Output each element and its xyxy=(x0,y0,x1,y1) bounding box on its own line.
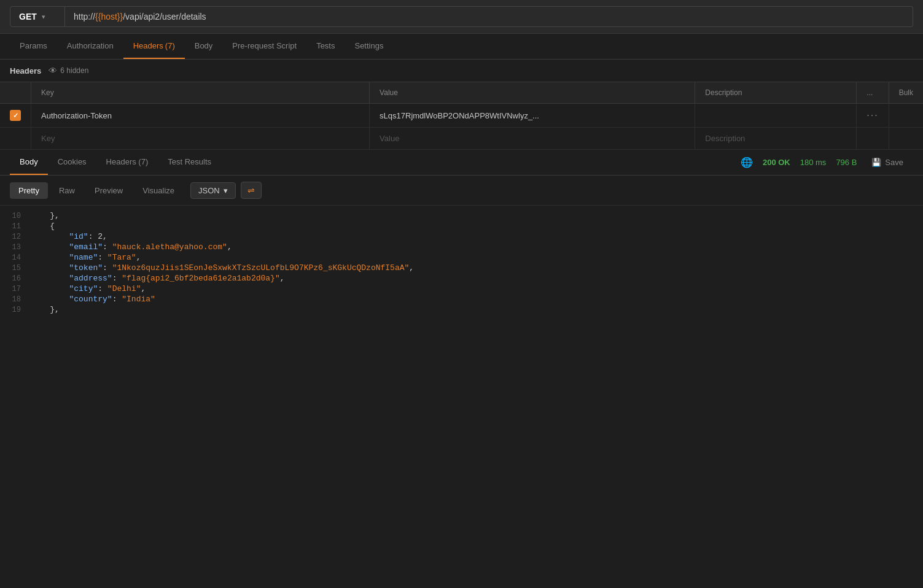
row2-value[interactable]: Value xyxy=(370,128,695,150)
response-status-area: 🌐 200 OK 180 ms 796 B 💾 Save xyxy=(741,155,913,169)
row1-value[interactable]: sLqs17RjmdlWoBP2ONdAPP8WtIVNwlyz_... xyxy=(370,104,695,128)
format-preview-button[interactable]: Preview xyxy=(86,182,131,199)
url-display[interactable]: http://{{host}}/vapi/api2/user/details xyxy=(65,6,913,27)
line-num-16: 16 xyxy=(0,274,31,283)
save-button[interactable]: 💾 Save xyxy=(867,155,908,169)
line-num-19: 19 xyxy=(0,305,31,314)
headers-sub-header: Headers 👁 6 hidden xyxy=(0,60,923,82)
method-selector[interactable]: GET ▾ xyxy=(10,6,65,27)
response-tab-headers[interactable]: Headers (7) xyxy=(96,150,158,175)
format-bar: Pretty Raw Preview Visualize JSON ▾ ⇌ xyxy=(0,176,923,206)
url-host: {{host}} xyxy=(95,12,123,21)
hidden-count: 6 hidden xyxy=(60,66,88,75)
line-content-14: "name": "Tara", xyxy=(31,253,141,262)
eye-icon: 👁 xyxy=(49,66,57,75)
col-bulk: Bulk xyxy=(889,82,923,104)
code-line-16: 16 "address": "flag{api2_6bf2beda61e2a1a… xyxy=(0,273,923,284)
format-visualize-button[interactable]: Visualize xyxy=(134,182,183,199)
row1-checkbox-cell[interactable] xyxy=(0,104,31,128)
tab-body[interactable]: Body xyxy=(185,34,223,59)
line-num-14: 14 xyxy=(0,253,31,262)
row1-checkbox[interactable] xyxy=(10,110,21,121)
row1-key[interactable]: Authorization-Token xyxy=(31,104,370,128)
code-area: 10 }, 11 { 12 "id": 2, 13 "email": "hauc… xyxy=(0,206,923,414)
tab-settings[interactable]: Settings xyxy=(345,34,393,59)
code-line-13: 13 "email": "hauck.aletha@yahoo.com", xyxy=(0,242,923,252)
line-num-15: 15 xyxy=(0,263,31,273)
row2-bulk xyxy=(889,128,923,150)
row2-description[interactable]: Description xyxy=(695,128,857,150)
col-value: Value xyxy=(370,82,695,104)
key-placeholder: Key xyxy=(41,134,55,143)
code-line-12: 12 "id": 2, xyxy=(0,231,923,242)
row1-bulk xyxy=(889,104,923,128)
code-line-19: 19 }, xyxy=(0,304,923,315)
json-format-selector[interactable]: JSON ▾ xyxy=(190,182,236,199)
hidden-badge: 👁 6 hidden xyxy=(49,66,88,75)
code-line-11: 11 { xyxy=(0,221,923,231)
row2-checkbox-cell xyxy=(0,128,31,150)
row1-actions: ··· xyxy=(857,104,889,128)
line-content-13: "email": "hauck.aletha@yahoo.com", xyxy=(31,242,232,252)
url-prefix: http:// xyxy=(74,12,95,21)
code-line-17: 17 "city": "Delhi", xyxy=(0,284,923,294)
line-content-17: "city": "Delhi", xyxy=(31,284,146,293)
chevron-down-icon: ▾ xyxy=(224,186,228,195)
wrap-icon: ⇌ xyxy=(247,185,255,195)
line-content-16: "address": "flag{api2_6bf2beda61e2a1ab2d… xyxy=(31,274,285,283)
col-description: Description xyxy=(695,82,857,104)
response-tab-body[interactable]: Body xyxy=(10,150,48,175)
tab-params[interactable]: Params xyxy=(10,34,57,59)
row1-description[interactable] xyxy=(695,104,857,128)
line-content-18: "country": "India" xyxy=(31,295,155,304)
response-tabs-bar: Body Cookies Headers (7) Test Results 🌐 … xyxy=(0,150,923,176)
value-placeholder: Value xyxy=(380,134,399,143)
line-num-11: 11 xyxy=(0,222,31,231)
line-num-18: 18 xyxy=(0,295,31,304)
json-format-label: JSON xyxy=(198,186,220,195)
row2-actions xyxy=(857,128,889,150)
save-icon: 💾 xyxy=(871,158,881,167)
tab-headers[interactable]: Headers(7) xyxy=(123,34,185,59)
code-line-18: 18 "country": "India" xyxy=(0,294,923,304)
col-checkbox xyxy=(0,82,31,104)
wrap-button[interactable]: ⇌ xyxy=(241,182,262,199)
line-num-13: 13 xyxy=(0,242,31,252)
tab-prerequest[interactable]: Pre-request Script xyxy=(222,34,306,59)
line-content-15: "token": "1Nkoz6quzJiis1SEonJeSxwkXTzSzc… xyxy=(31,263,414,273)
code-line-15: 15 "token": "1Nkoz6quzJiis1SEonJeSxwkXTz… xyxy=(0,263,923,273)
row2-key[interactable]: Key xyxy=(31,128,370,150)
request-tabs-bar: Params Authorization Headers(7) Body Pre… xyxy=(0,34,923,60)
tab-authorization[interactable]: Authorization xyxy=(57,34,123,59)
code-line-14: 14 "name": "Tara", xyxy=(0,252,923,263)
format-pretty-button[interactable]: Pretty xyxy=(10,182,48,199)
response-time: 180 ms xyxy=(800,158,827,167)
url-bar: GET ▾ http://{{host}}/vapi/api2/user/det… xyxy=(0,0,923,34)
line-num-12: 12 xyxy=(0,232,31,241)
chevron-down-icon: ▾ xyxy=(42,13,45,21)
line-content-10: }, xyxy=(31,211,60,220)
desc-placeholder: Description xyxy=(705,134,745,143)
response-tab-test-results[interactable]: Test Results xyxy=(158,150,221,175)
response-tabs-left: Body Cookies Headers (7) Test Results xyxy=(10,150,221,175)
response-size: 796 B xyxy=(836,158,857,167)
save-label: Save xyxy=(885,158,903,167)
headers-table: Key Value Description ... Bulk Authoriza… xyxy=(0,82,923,150)
line-content-11: { xyxy=(31,222,55,231)
line-content-12: "id": 2, xyxy=(31,232,107,241)
tab-tests[interactable]: Tests xyxy=(306,34,345,59)
code-line-10: 10 }, xyxy=(0,211,923,221)
url-path: /vapi/api2/user/details xyxy=(123,12,206,21)
table-row: Authorization-Token sLqs17RjmdlWoBP2ONdA… xyxy=(0,104,923,128)
table-row: Key Value Description xyxy=(0,128,923,150)
format-raw-button[interactable]: Raw xyxy=(50,182,84,199)
headers-label: Headers xyxy=(10,66,41,75)
response-tab-cookies[interactable]: Cookies xyxy=(48,150,96,175)
col-key: Key xyxy=(31,82,370,104)
more-options-icon[interactable]: ··· xyxy=(867,110,878,120)
status-badge: 200 OK xyxy=(763,158,790,167)
line-num-10: 10 xyxy=(0,211,31,220)
line-num-17: 17 xyxy=(0,284,31,293)
globe-icon: 🌐 xyxy=(741,157,753,168)
line-content-19: }, xyxy=(31,305,60,314)
